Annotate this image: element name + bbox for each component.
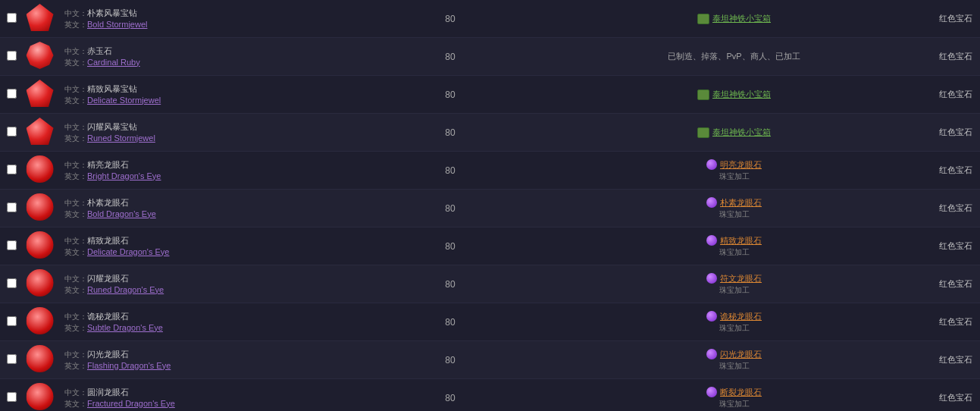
chest-link[interactable]: 泰坦神铁小宝箱	[712, 127, 771, 138]
gem-name-col: 中文：精致龙眼石英文：Delicate Dragon's Eye	[57, 231, 427, 262]
row-checkbox[interactable]	[7, 165, 17, 174]
row-checkbox[interactable]	[7, 51, 17, 61]
cn-label: 中文：	[64, 47, 87, 55]
gem-category: 红色宝石	[919, 392, 980, 403]
gem-name-col: 中文：赤玉石英文：Cardinal Ruby	[57, 41, 427, 73]
gem-category: 红色宝石	[919, 354, 980, 366]
en-name-link[interactable]: Bold Dragon's Eye	[87, 209, 156, 218]
jewel-craft-icon	[706, 235, 717, 246]
gem-icon-col	[23, 345, 57, 375]
gem-level: 80	[427, 393, 473, 403]
gem-level: 80	[427, 203, 473, 214]
gem-icon-col	[23, 269, 57, 299]
gem-icon-col	[23, 383, 57, 411]
row-checkbox-col	[0, 13, 23, 25]
cn-label: 中文：	[64, 237, 87, 245]
cn-name: 精亮龙眼石	[87, 160, 129, 169]
en-label: 英文：	[64, 362, 87, 370]
gem-icon	[27, 231, 54, 259]
en-name-link[interactable]: Flashing Dragon's Eye	[87, 361, 171, 370]
table-row: 中文：赤玉石英文：Cardinal Ruby80已制造、掉落、PvP、商人、已加…	[0, 38, 980, 76]
craft-source-link[interactable]: 符文龙眼石	[720, 273, 762, 284]
row-checkbox[interactable]	[7, 127, 17, 136]
cn-name: 精致风暴宝钻	[87, 84, 137, 93]
gem-level: 80	[427, 165, 473, 176]
row-checkbox-col	[0, 89, 23, 101]
en-name-link[interactable]: Cardinal Ruby	[87, 58, 140, 67]
row-checkbox-col	[0, 165, 23, 177]
en-name-link[interactable]: Subtle Dragon's Eye	[87, 323, 163, 332]
table-row: 中文：闪耀风暴宝钻英文：Runed Stormjewel80泰坦神铁小宝箱红色宝…	[0, 114, 980, 152]
gem-name-col: 中文：闪耀风暴宝钻英文：Runed Stormjewel	[57, 117, 427, 149]
jewel-craft-icon	[706, 159, 717, 170]
gem-icon	[27, 307, 54, 334]
cn-name: 闪耀风暴宝钻	[87, 122, 137, 131]
row-checkbox[interactable]	[7, 316, 17, 326]
table-row: 中文：精致龙眼石英文：Delicate Dragon's Eye80精致龙眼石珠…	[0, 227, 980, 265]
gem-icon-col	[23, 4, 57, 33]
en-label: 英文：	[64, 324, 87, 332]
chest-link[interactable]: 泰坦神铁小宝箱	[712, 13, 771, 24]
gem-icon-col	[23, 307, 57, 337]
gem-icon	[27, 269, 54, 296]
gem-icon-col	[23, 155, 57, 185]
gem-category: 红色宝石	[919, 240, 980, 252]
craft-source-link[interactable]: 闪光龙眼石	[720, 349, 762, 360]
craft-sub-label: 珠宝加工	[719, 400, 750, 408]
cn-name: 圆润龙眼石	[87, 387, 129, 397]
gem-category: 红色宝石	[919, 51, 980, 62]
row-checkbox[interactable]	[7, 240, 17, 250]
gem-category: 红色宝石	[919, 13, 980, 24]
chest-link[interactable]: 泰坦神铁小宝箱	[712, 89, 771, 100]
cn-label: 中文：	[64, 388, 87, 397]
craft-source-link[interactable]: 朴素龙眼石	[720, 197, 762, 209]
row-checkbox-col	[0, 202, 23, 215]
en-name-link[interactable]: Bright Dragon's Eye	[87, 171, 161, 180]
craft-sub-label: 珠宝加工	[719, 286, 750, 294]
row-checkbox[interactable]	[7, 354, 17, 364]
en-name-link[interactable]: Delicate Stormjewel	[87, 96, 161, 105]
chest-icon	[697, 14, 709, 24]
gem-level: 80	[427, 127, 473, 138]
row-checkbox-col	[0, 278, 23, 290]
table-row: 中文：闪光龙眼石英文：Flashing Dragon's Eye80闪光龙眼石珠…	[0, 341, 980, 379]
en-name-link[interactable]: Delicate Dragon's Eye	[87, 247, 170, 256]
row-checkbox-col	[0, 316, 23, 328]
gem-source: 朴素龙眼石珠宝加工	[549, 194, 919, 223]
en-name-link[interactable]: Fractured Dragon's Eye	[87, 399, 175, 408]
table-row: 中文：朴素风暴宝钻英文：Bold Stormjewel80泰坦神铁小宝箱红色宝石	[0, 0, 980, 38]
cn-name: 诡秘龙眼石	[87, 312, 129, 321]
gem-source: 诡秘龙眼石珠宝加工	[549, 308, 919, 337]
table-row: 中文：闪耀龙眼石英文：Runed Dragon's Eye80符文龙眼石珠宝加工…	[0, 265, 980, 303]
table-row: 中文：圆润龙眼石英文：Fractured Dragon's Eye80断裂龙眼石…	[0, 379, 980, 411]
en-name-link[interactable]: Runed Dragon's Eye	[87, 285, 164, 294]
gem-source: 泰坦神铁小宝箱	[549, 10, 919, 27]
row-checkbox[interactable]	[7, 278, 17, 288]
gem-icon	[27, 193, 54, 221]
craft-source-link[interactable]: 诡秘龙眼石	[720, 311, 762, 322]
row-checkbox[interactable]	[7, 202, 17, 212]
row-checkbox[interactable]	[7, 13, 17, 23]
gem-category: 红色宝石	[919, 127, 980, 138]
gem-level: 80	[427, 52, 473, 62]
craft-source-link[interactable]: 断裂龙眼石	[720, 387, 762, 398]
craft-source-link[interactable]: 精致龙眼石	[720, 235, 762, 246]
en-label: 英文：	[64, 286, 87, 294]
craft-source-link[interactable]: 明亮龙眼石	[720, 159, 762, 171]
gem-source: 闪光龙眼石珠宝加工	[549, 346, 919, 375]
cn-name: 闪光龙眼石	[87, 350, 129, 359]
cn-name: 闪耀龙眼石	[87, 274, 129, 283]
gem-level: 80	[427, 241, 473, 252]
cn-name: 朴素龙眼石	[87, 198, 129, 207]
gem-icon-col	[23, 80, 57, 109]
en-name-link[interactable]: Bold Stormjewel	[87, 20, 147, 29]
cn-name: 精致龙眼石	[87, 236, 129, 245]
table-row: 中文：精致风暴宝钻英文：Delicate Stormjewel80泰坦神铁小宝箱…	[0, 76, 980, 114]
gem-name-col: 中文：朴素风暴宝钻英文：Bold Stormjewel	[57, 3, 427, 35]
row-checkbox-col	[0, 51, 23, 63]
gem-icon-col	[23, 193, 57, 223]
gem-source: 泰坦神铁小宝箱	[549, 86, 919, 103]
en-name-link[interactable]: Runed Stormjewel	[87, 133, 155, 143]
row-checkbox[interactable]	[7, 392, 17, 402]
row-checkbox[interactable]	[7, 89, 17, 99]
